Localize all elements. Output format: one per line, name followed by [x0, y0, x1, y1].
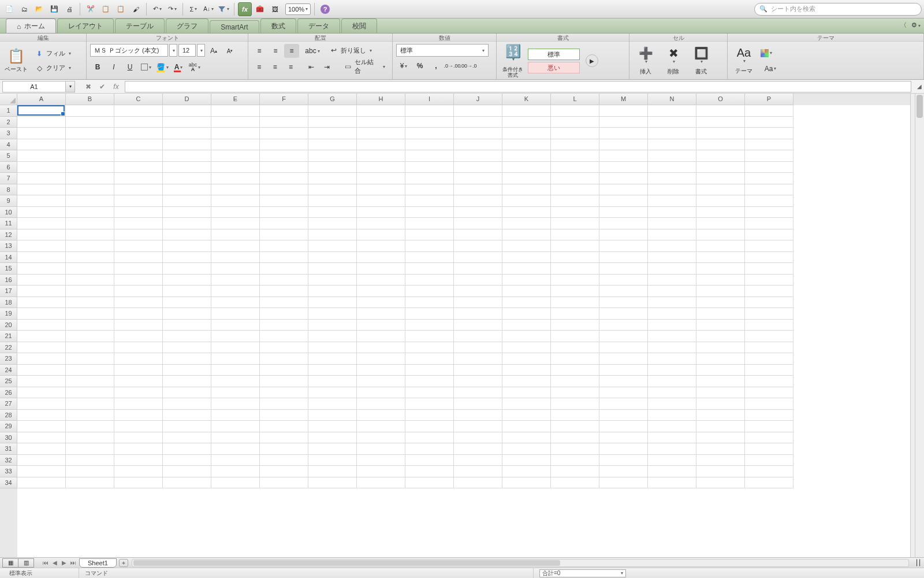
cell[interactable] [405, 286, 454, 297]
row-header[interactable]: 13 [0, 240, 17, 252]
cell[interactable] [502, 162, 551, 173]
row-header[interactable]: 10 [0, 207, 17, 218]
column-header[interactable]: P [745, 94, 793, 105]
cell[interactable] [696, 173, 745, 184]
cell[interactable] [17, 150, 66, 162]
cell[interactable] [454, 477, 502, 489]
cell[interactable] [260, 162, 308, 173]
cell[interactable] [357, 398, 405, 410]
column-header[interactable]: I [405, 94, 454, 105]
cell[interactable] [454, 455, 502, 466]
cell[interactable] [114, 139, 163, 151]
cell[interactable] [648, 286, 696, 297]
cell[interactable] [357, 376, 405, 387]
cell[interactable] [163, 252, 211, 264]
cell[interactable] [405, 275, 454, 286]
cell[interactable] [405, 365, 454, 376]
cell[interactable] [163, 117, 211, 128]
cell[interactable] [454, 331, 502, 342]
cell[interactable] [648, 308, 696, 320]
align-top-button[interactable]: ≡ [252, 44, 267, 58]
formula-bar-input[interactable] [125, 81, 911, 92]
cell[interactable] [308, 240, 357, 252]
cell[interactable] [745, 207, 793, 218]
cell[interactable] [260, 150, 308, 162]
cell[interactable] [454, 398, 502, 410]
cell[interactable] [502, 376, 551, 387]
align-bottom-button[interactable]: ≡ [284, 44, 299, 58]
paste-button[interactable]: 📋 ペースト [3, 44, 29, 77]
cell[interactable] [163, 150, 211, 162]
cell[interactable] [405, 184, 454, 196]
cell[interactable] [405, 432, 454, 444]
cell[interactable] [551, 308, 599, 320]
cell[interactable] [357, 252, 405, 264]
cell[interactable] [357, 229, 405, 241]
cell[interactable] [745, 432, 793, 444]
cell[interactable] [308, 252, 357, 264]
cell[interactable] [502, 195, 551, 207]
tab-smartart[interactable]: SmartArt [210, 20, 259, 33]
cell[interactable] [551, 320, 599, 331]
cell[interactable] [745, 353, 793, 365]
cell[interactable] [502, 229, 551, 241]
cell[interactable] [745, 184, 793, 196]
merge-cells-button[interactable]: ▭ セル結合▾ [340, 60, 389, 73]
cell[interactable] [696, 184, 745, 196]
cell[interactable] [163, 240, 211, 252]
cell[interactable] [17, 455, 66, 466]
cell[interactable] [114, 162, 163, 173]
cell[interactable] [405, 117, 454, 128]
cell[interactable] [66, 252, 114, 264]
cell[interactable] [405, 195, 454, 207]
cell[interactable] [17, 297, 66, 309]
cell[interactable] [114, 432, 163, 444]
clear-button[interactable]: ◇ クリア ▾ [31, 62, 74, 75]
cell[interactable] [260, 173, 308, 184]
cell[interactable] [502, 410, 551, 421]
cell[interactable] [551, 105, 599, 117]
cell[interactable] [260, 342, 308, 354]
cell[interactable] [745, 387, 793, 399]
cell[interactable] [260, 275, 308, 286]
cell[interactable] [745, 297, 793, 309]
tile-windows-icon[interactable]: 🗂 [17, 2, 31, 16]
cell[interactable] [211, 455, 260, 466]
cell[interactable] [260, 184, 308, 196]
cell[interactable] [17, 466, 66, 477]
cell[interactable] [163, 128, 211, 139]
cell[interactable] [648, 263, 696, 275]
cell[interactable] [66, 150, 114, 162]
cell[interactable] [745, 421, 793, 432]
cell[interactable] [211, 218, 260, 229]
cell[interactable] [454, 229, 502, 241]
cell[interactable] [551, 376, 599, 387]
row-header[interactable]: 16 [0, 275, 17, 286]
cell[interactable] [745, 229, 793, 241]
cell[interactable] [745, 263, 793, 275]
cell[interactable] [260, 421, 308, 432]
cell[interactable] [260, 117, 308, 128]
sum-combo[interactable]: 合計=0▾ [539, 569, 626, 577]
enter-formula-icon[interactable]: ✔ [97, 81, 107, 92]
cell[interactable] [114, 365, 163, 376]
cell[interactable] [454, 195, 502, 207]
cell[interactable] [357, 421, 405, 432]
cell[interactable] [648, 173, 696, 184]
next-sheet-button[interactable]: ▶ [59, 559, 69, 567]
cell[interactable] [114, 207, 163, 218]
cell[interactable] [211, 365, 260, 376]
cell[interactable] [502, 387, 551, 399]
fill-button[interactable]: ⬇ フィル ▾ [31, 47, 74, 60]
cell[interactable] [211, 432, 260, 444]
cell[interactable] [502, 184, 551, 196]
cell[interactable] [66, 342, 114, 354]
cell[interactable] [405, 162, 454, 173]
cell[interactable] [114, 229, 163, 241]
cell[interactable] [405, 207, 454, 218]
select-all-corner[interactable] [0, 94, 17, 105]
cell[interactable] [163, 443, 211, 455]
row-header[interactable]: 7 [0, 173, 17, 184]
cell[interactable] [745, 128, 793, 139]
cell[interactable] [163, 308, 211, 320]
